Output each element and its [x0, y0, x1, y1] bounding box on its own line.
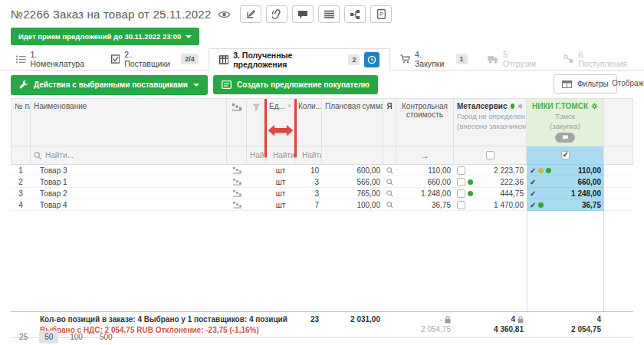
tab-nomenclature[interactable]: 1. Номенклатура: [6, 48, 101, 70]
column-resize-line-left[interactable]: [264, 99, 267, 157]
offer-card-icon: [222, 80, 232, 89]
name-search-input[interactable]: Найти...: [31, 146, 227, 165]
tab-label: 6. Поступления: [578, 50, 634, 68]
product-name[interactable]: Товар 4: [31, 199, 227, 211]
column-resize-line-right[interactable]: [294, 99, 297, 157]
offers-history-button[interactable]: [364, 52, 379, 67]
offer-checkbox[interactable]: [457, 201, 465, 209]
edit-button[interactable]: [240, 5, 261, 23]
select-all-checkbox[interactable]: [561, 151, 570, 159]
unit-search-input[interactable]: Найти: [266, 146, 295, 165]
chat-icon: [562, 135, 569, 140]
col-header-control[interactable]: Контрольная стоимость: [396, 98, 454, 146]
watch-icon[interactable]: [218, 10, 231, 19]
planned-sum-cell: 566,00: [322, 176, 383, 188]
selected-check-icon: ✓: [530, 166, 536, 175]
qty-search-input[interactable]: Найти: [295, 146, 322, 165]
control-cost-cell: 36,75: [396, 199, 454, 211]
niki-offer-cell[interactable]: ✓110,00: [527, 165, 604, 176]
supplier-chat-button[interactable]: [555, 133, 575, 143]
metal-offer-cell[interactable]: 2 223,70: [454, 165, 527, 176]
row-number: 3: [11, 188, 31, 199]
tab-label: 2. Поставщики: [124, 50, 176, 68]
tab-purchases[interactable]: 4. Закупки 1: [390, 48, 478, 70]
offer-price: 110,00: [578, 166, 601, 175]
row-filter-cell: [247, 165, 266, 176]
page-size-option-selected[interactable]: 50: [39, 330, 58, 343]
list-button[interactable]: [318, 5, 340, 23]
tab-label: 5. Отгрузки: [503, 50, 544, 68]
row-analogs-button[interactable]: [227, 176, 247, 188]
table-row[interactable]: 4Товар 4шт7100,0036,751 470,00✓36,75: [11, 199, 633, 211]
display-prices-label[interactable]: Отображать це: [612, 79, 644, 87]
page-size-selector: 25 50 100 500: [14, 330, 118, 343]
row-analogs-button[interactable]: [227, 188, 247, 199]
analogs-icon: [233, 167, 242, 174]
table-header-row: № п/п Наименование Ед... Коли... Планова…: [11, 98, 633, 146]
col-header-unit[interactable]: Ед...: [266, 98, 295, 146]
metal-select-all-cell[interactable]: [454, 146, 527, 165]
metal-offer-cell[interactable]: 1 470,00: [454, 199, 527, 211]
attachments-button[interactable]: [266, 5, 288, 23]
funnel-icon: [288, 103, 291, 110]
niki-offer-cell[interactable]: ✓660,00: [527, 176, 604, 188]
footer-niki-total: 4 2 054,75: [527, 311, 604, 338]
col-header-yandex[interactable]: Я: [383, 98, 396, 146]
metal-offer-cell[interactable]: 222,36: [454, 176, 527, 188]
list-icon: [16, 55, 26, 64]
col-header-analogs[interactable]: [227, 98, 247, 146]
product-name[interactable]: Товар 3: [31, 165, 227, 176]
price-search-button[interactable]: [383, 188, 396, 199]
copy-control-arrow-icon[interactable]: [396, 146, 454, 165]
col-header-supplier-niki[interactable]: НИКИ Г.ТОМСК Томск (закупка): [527, 98, 604, 146]
planned-search-cell: [322, 146, 383, 165]
analogs-icon: [233, 179, 242, 186]
acceptance-status-button[interactable]: Идет прием предложений до 30.11.2022 23:…: [11, 28, 199, 45]
price-search-button[interactable]: [383, 176, 396, 188]
row-filter-cell: [247, 199, 266, 211]
tab-received-offers[interactable]: 3. Полученные предложения 2: [209, 48, 390, 71]
table-empty-area: [11, 211, 633, 311]
product-name[interactable]: Товар 2: [31, 188, 227, 199]
export-document-button[interactable]: P: [370, 5, 392, 23]
niki-select-all-cell[interactable]: [527, 146, 604, 165]
relations-button[interactable]: [344, 5, 366, 23]
col-header-planned[interactable]: Плановая сумма: [322, 98, 383, 146]
offer-checkbox[interactable]: [457, 166, 465, 175]
price-search-button[interactable]: [383, 199, 396, 211]
filters-button[interactable]: Фильтры: [554, 74, 617, 94]
offer-price: 660,00: [577, 178, 601, 186]
page-size-option[interactable]: 25: [14, 330, 33, 343]
table-row[interactable]: 1Товар 3шт10600,00110,002 223,70✓110,00: [11, 165, 633, 176]
comments-button[interactable]: [292, 5, 314, 23]
col-header-name[interactable]: Наименование: [31, 98, 227, 146]
supplier-name: НИКИ Г.ТОМСК: [532, 102, 588, 110]
row-analogs-button[interactable]: [227, 199, 247, 211]
col-header-supplier-metal[interactable]: Металсервис Город не определен (внесено …: [454, 98, 527, 146]
col-header-qty[interactable]: Коли...: [295, 98, 322, 146]
offer-checkbox[interactable]: [457, 178, 465, 186]
search-placeholder: Найти: [273, 151, 295, 159]
row-empty-cell: [604, 188, 633, 199]
create-offer-button[interactable]: Создать предложение покупателю: [213, 75, 378, 94]
table-row[interactable]: 3Товар 2шт3765,001 248,00444,75✓1 248,00: [11, 188, 633, 199]
tab-suppliers[interactable]: 2. Поставщики 2/4: [101, 48, 209, 70]
table-row[interactable]: 2Товар 1шт3566,00660,00222,36✓660,00: [11, 176, 633, 188]
receipts-icon: [564, 54, 574, 64]
page-size-option[interactable]: 100: [64, 330, 88, 343]
price-search-button[interactable]: [383, 165, 396, 176]
metal-offer-cell[interactable]: 444,75: [454, 188, 527, 199]
niki-offer-cell[interactable]: ✓36,75: [527, 199, 604, 211]
offer-price: 444,75: [500, 189, 524, 198]
col-header-filter[interactable]: [247, 98, 266, 146]
niki-offer-cell[interactable]: ✓1 248,00: [527, 188, 604, 199]
row-analogs-button[interactable]: [227, 165, 247, 176]
filter-search-input[interactable]: Найти: [247, 146, 266, 165]
supplier-actions-button[interactable]: Действия с выбранными поставщиками: [11, 75, 208, 95]
page-size-option[interactable]: 500: [94, 330, 118, 343]
offer-checkbox[interactable]: [457, 189, 465, 198]
product-name[interactable]: Товар 1: [31, 176, 227, 188]
acceptance-status-label: Идет прием предложений до 30.11.2022 23:…: [18, 32, 181, 41]
footer-empty-cell: [604, 311, 633, 338]
select-all-checkbox[interactable]: [486, 151, 495, 159]
